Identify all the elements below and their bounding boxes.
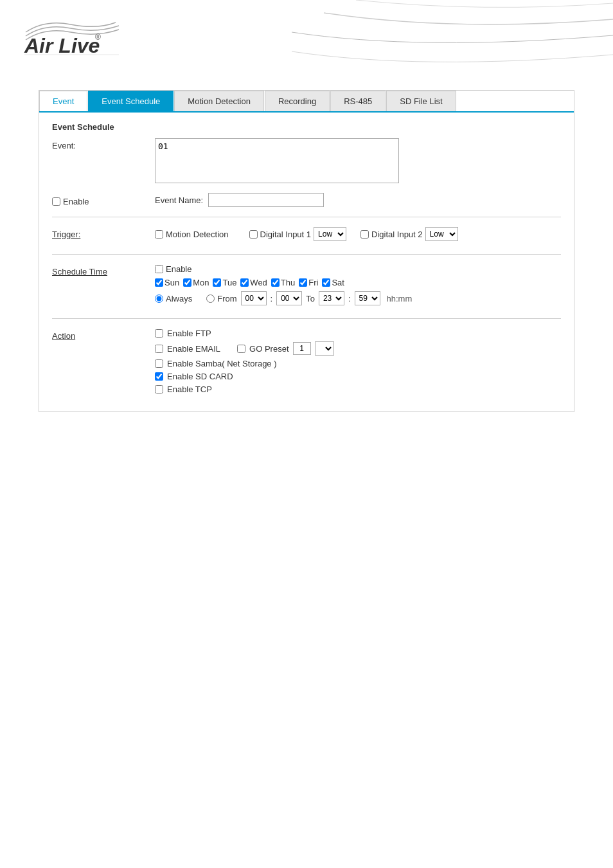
day-sun: Sun (155, 278, 179, 287)
page-wrapper: Air Live ® Event Event Schedule Motion D… (0, 0, 613, 868)
tab-event[interactable]: Event (39, 91, 87, 111)
digital-input2-label: Digital Input 2 (371, 230, 423, 239)
enable-area: Enable (52, 194, 155, 206)
schedule-enable-checkbox[interactable] (155, 265, 163, 273)
go-preset-group: GO Preset (237, 341, 333, 356)
day-sun-checkbox[interactable] (155, 278, 163, 287)
tab-bar: Event Event Schedule Motion Detection Re… (39, 91, 574, 113)
day-mon: Mon (183, 278, 209, 287)
schedule-time-field: Enable Sun Mon (155, 264, 561, 305)
to-hour-select[interactable]: 00010203 04050607 08091011 12131415 1617… (319, 291, 344, 305)
schedule-time-row: Schedule Time Enable Sun (52, 264, 561, 305)
schedule-time-label: Schedule Time (52, 264, 155, 276)
digital-input2-checkbox[interactable] (360, 230, 369, 239)
separator-1 (52, 217, 561, 217)
digital-input1-checkbox[interactable] (249, 230, 258, 239)
to-label: To (306, 294, 315, 303)
preset-select[interactable] (315, 341, 334, 356)
day-thu-checkbox[interactable] (271, 278, 280, 287)
separator-2 (52, 254, 561, 255)
event-textarea[interactable]: 01 (155, 138, 399, 183)
motion-detection-label: Motion Detection (166, 230, 229, 239)
hhmm-label: hh:mm (387, 294, 413, 303)
day-thu: Thu (271, 278, 295, 287)
day-tue: Tue (213, 278, 236, 287)
enable-tcp-item: Enable TCP (155, 384, 561, 394)
always-radio-group: Always (155, 294, 192, 303)
from-label: From (217, 294, 236, 303)
trigger-field: Motion Detection Digital Input 1 Low Hig… (155, 227, 561, 241)
from-radio-group: From (206, 294, 236, 303)
enable-tcp-checkbox[interactable] (155, 385, 163, 393)
day-fri-checkbox[interactable] (299, 278, 307, 287)
day-sat-label: Sat (332, 278, 344, 287)
enable-tcp-label: Enable TCP (167, 384, 212, 394)
schedule-enable-label: Enable (166, 264, 191, 274)
day-fri-label: Fri (308, 278, 318, 287)
preset-value-input[interactable] (293, 342, 311, 355)
from-min-select[interactable]: 00051015 20253035 4045505559 (276, 291, 302, 305)
days-row: Sun Mon Tue Wed (155, 278, 561, 287)
enable-email-checkbox[interactable] (155, 345, 163, 353)
logo-svg: Air Live ® (19, 13, 122, 58)
event-name-label: Event Name: (155, 195, 203, 205)
go-preset-label: GO Preset (249, 344, 289, 354)
enable-email-item: Enable EMAIL GO Preset (155, 341, 561, 356)
day-fri: Fri (299, 278, 318, 287)
enable-samba-checkbox[interactable] (155, 359, 163, 368)
enable-samba-item: Enable Samba( Net Storage ) (155, 359, 561, 368)
day-sat: Sat (322, 278, 344, 287)
time-row: Always From 00010203 04050607 08091011 1… (155, 291, 561, 305)
go-preset-checkbox[interactable] (237, 345, 245, 353)
motion-detection-item: Motion Detection (155, 230, 229, 239)
event-field: 01 (155, 138, 561, 185)
enable-checkbox[interactable] (52, 197, 60, 206)
day-mon-checkbox[interactable] (183, 278, 191, 287)
tab-recording[interactable]: Recording (265, 91, 330, 111)
digital-input1-select[interactable]: Low High (314, 227, 346, 241)
enable-ftp-item: Enable FTP (155, 329, 561, 338)
tab-sd-file-list[interactable]: SD File List (386, 91, 456, 111)
enable-event-name-row: Enable Event Name: (52, 193, 561, 207)
enable-ftp-checkbox[interactable] (155, 329, 163, 338)
event-row: Event: 01 (52, 138, 561, 185)
tab-rs485[interactable]: RS-485 (330, 91, 386, 111)
action-field: Enable FTP Enable EMAIL GO Preset (155, 329, 561, 394)
enable-email-label: Enable EMAIL (167, 344, 220, 354)
tab-event-schedule[interactable]: Event Schedule (88, 91, 173, 111)
colon-1: : (271, 294, 273, 303)
motion-detection-checkbox[interactable] (155, 230, 163, 239)
day-wed-checkbox[interactable] (240, 278, 249, 287)
enable-samba-label: Enable Samba( Net Storage ) (167, 359, 277, 368)
day-tue-checkbox[interactable] (213, 278, 221, 287)
header-decoration (292, 0, 613, 84)
enable-label: Enable (63, 197, 89, 206)
to-min-select[interactable]: 00051015 20253035 4045505559 (355, 291, 380, 305)
day-thu-label: Thu (281, 278, 295, 287)
header: Air Live ® (0, 0, 613, 84)
section-title: Event Schedule (52, 122, 561, 132)
day-tue-label: Tue (222, 278, 236, 287)
action-items: Enable FTP Enable EMAIL GO Preset (155, 329, 561, 394)
enable-ftp-label: Enable FTP (167, 329, 211, 338)
day-mon-label: Mon (193, 278, 209, 287)
from-hour-select[interactable]: 00010203 04050607 08091011 12131415 1617… (241, 291, 267, 305)
always-radio[interactable] (155, 294, 163, 303)
enable-sd-label: Enable SD CARD (167, 372, 233, 381)
tab-motion-detection[interactable]: Motion Detection (174, 91, 264, 111)
logo-area: Air Live ® (19, 13, 122, 60)
digital-input1-label: Digital Input 1 (260, 230, 312, 239)
digital-input1-item: Digital Input 1 Low High (249, 227, 347, 241)
event-name-input[interactable] (208, 193, 324, 207)
action-label: Action (52, 329, 155, 341)
digital-input2-select[interactable]: Low High (425, 227, 458, 241)
day-wed: Wed (240, 278, 267, 287)
enable-sd-item: Enable SD CARD (155, 372, 561, 381)
svg-text:®: ® (95, 33, 101, 42)
from-radio[interactable] (206, 294, 215, 303)
action-row: Action Enable FTP Enable EMAIL (52, 329, 561, 394)
day-sat-checkbox[interactable] (322, 278, 330, 287)
day-wed-label: Wed (250, 278, 267, 287)
content-area: Event Schedule Event: 01 Enable Event Na… (39, 113, 574, 411)
enable-sd-checkbox[interactable] (155, 372, 163, 381)
